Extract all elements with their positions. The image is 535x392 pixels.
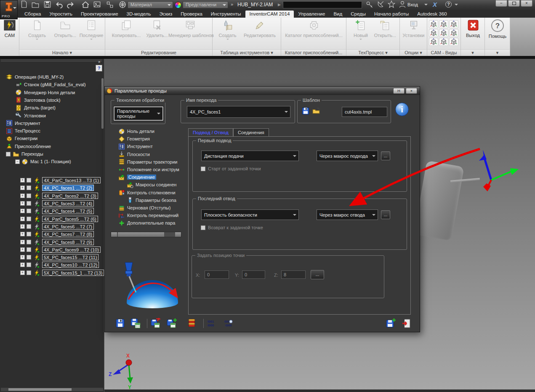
- operation-checkbox[interactable]: [27, 255, 31, 260]
- tab-approach-retreat[interactable]: Подвод / Отвод: [188, 128, 233, 136]
- tooltable-create-button[interactable]: Создать: [216, 19, 239, 41]
- application-menu-button[interactable]: PRO: [0, 0, 18, 19]
- first-approach-more-button[interactable]: ...: [381, 151, 390, 160]
- expander-icon[interactable]: +: [20, 270, 25, 275]
- expander-icon[interactable]: −: [15, 159, 20, 164]
- window-restore-button[interactable]: [508, 0, 520, 7]
- search-input[interactable]: [283, 3, 362, 9]
- recent-button[interactable]: Последние: [78, 19, 104, 41]
- operation-checkbox[interactable]: [27, 232, 31, 236]
- operation-item-4[interactable]: +4X_PC_faces3 ...T2 (4): [20, 200, 94, 207]
- dialog-tree-item-link[interactable]: Соединение: [118, 173, 156, 181]
- cam-view-button-1[interactable]: [429, 20, 438, 28]
- calculate-button[interactable]: [150, 318, 161, 329]
- dialog-tree-item-planes[interactable]: Плоскости: [118, 151, 150, 158]
- last-retreat-type-select[interactable]: Плоскость безопасности: [201, 209, 299, 220]
- gcode-button[interactable]: G01G00: [208, 320, 214, 327]
- scroll-thumb[interactable]: [8, 388, 72, 391]
- cam-view-button-5[interactable]: [439, 29, 448, 37]
- help-caret-icon[interactable]: [455, 4, 458, 7]
- exit-button[interactable]: Выход: [463, 19, 483, 38]
- group-foot-help[interactable]: ▾: [485, 49, 510, 56]
- dialog-tree-item-tool[interactable]: Инструмент: [118, 143, 153, 150]
- delete-button[interactable]: Удалить...: [144, 19, 170, 38]
- operation-checkbox[interactable]: [27, 193, 31, 198]
- calculate-add-button[interactable]: [166, 318, 177, 329]
- ribbon-tab-проверка[interactable]: Проверка: [176, 11, 207, 18]
- group-title-start[interactable]: Начало ▾: [19, 49, 105, 56]
- ribbon-tab-инструменты[interactable]: Инструменты: [207, 11, 245, 18]
- tree-item-7[interactable]: ТехПроцесс: [6, 127, 40, 135]
- gcode-simulate-button[interactable]: G0G00: [224, 320, 233, 327]
- save-template-button[interactable]: [385, 318, 396, 329]
- cam-view-button-6[interactable]: [449, 29, 458, 37]
- tree-item-0[interactable]: Операция (HUB_MY-2): [6, 73, 64, 81]
- operation-checkbox[interactable]: [27, 201, 31, 206]
- start-from-point-checkbox[interactable]: [201, 167, 205, 171]
- representation-select[interactable]: Представлени: [183, 1, 228, 8]
- satellite-icon[interactable]: [376, 1, 385, 9]
- cam-view-button-8[interactable]: [439, 38, 448, 46]
- operation-item-11[interactable]: +5X_PC_faces15 ...T2 (11): [20, 254, 98, 261]
- sign-in-caret-icon[interactable]: [424, 4, 428, 7]
- undo-button[interactable]: [55, 1, 63, 9]
- operation-item-9[interactable]: +4X_PC_faces8 ...T2 (9): [20, 238, 94, 246]
- panel-horizontal-scrollbar[interactable]: [1, 388, 103, 391]
- operation-item-13[interactable]: +5X_PC_faces15_1 ...T2 (13): [20, 269, 104, 276]
- template-open-icon[interactable]: [312, 107, 320, 115]
- panel-vertical-scrollbar[interactable]: [101, 78, 104, 129]
- ribbon-tab-проектирование[interactable]: Проектирование: [77, 11, 122, 18]
- scroll-left-button[interactable]: [111, 232, 117, 237]
- last-retreat-macro-select[interactable]: Через макрос отвода: [317, 209, 378, 220]
- dialog-title-bar[interactable]: Параллельные проходы H ×: [105, 87, 420, 95]
- dialog-tree-item-motion[interactable]: Контроль перемещений: [118, 212, 178, 219]
- cam-view-button-2[interactable]: [439, 20, 448, 28]
- settings-button[interactable]: Установки: [400, 19, 427, 38]
- qat-expand-chevrons[interactable]: »: [231, 2, 233, 7]
- dialog-help-button[interactable]: H: [393, 88, 405, 94]
- render-button[interactable]: [118, 1, 126, 9]
- save-calculate-button[interactable]: [130, 318, 141, 329]
- tree-item-8[interactable]: Геометрии: [6, 135, 37, 142]
- parameters-button[interactable]: [105, 1, 114, 9]
- dialog-tree-item-linkm[interactable]: Макросы соединен: [127, 181, 176, 188]
- group-foot-exit[interactable]: ▾: [461, 49, 484, 56]
- dialog-exit-button[interactable]: [401, 318, 412, 329]
- favorites-star-icon[interactable]: [387, 1, 396, 9]
- expander-icon[interactable]: +: [20, 255, 25, 260]
- tree-item-5[interactable]: Установки: [15, 112, 46, 119]
- expander-icon[interactable]: +: [20, 262, 25, 267]
- operation-item-12[interactable]: +4X_PC_faces10 ...T2 (12): [20, 261, 99, 269]
- cam-view-button-4[interactable]: [429, 29, 438, 37]
- operation-item-3[interactable]: +4X_ParC_faces2 ...T2 (3): [20, 192, 98, 199]
- help-button[interactable]: ? Помощь: [486, 19, 509, 39]
- expander-icon[interactable]: +: [20, 217, 25, 221]
- first-approach-macro-select[interactable]: Через макрос подхода: [317, 151, 378, 161]
- expander-icon[interactable]: +: [20, 201, 25, 206]
- operation-item-2[interactable]: +4X_PC_faces1 ...T2 (2): [20, 184, 94, 192]
- exchange-apps-icon[interactable]: X: [433, 1, 437, 8]
- tooltable-edit-button[interactable]: Редактировать: [240, 19, 279, 38]
- process-new-button[interactable]: Новый: [351, 19, 371, 41]
- point-pick-button[interactable]: ...: [311, 270, 324, 279]
- cam-view-button-9[interactable]: [449, 38, 458, 46]
- ribbon-tab-среды[interactable]: Среды: [346, 11, 370, 18]
- tree-item-3[interactable]: Заготовка (stock): [15, 96, 61, 104]
- ribbon-tab-вид[interactable]: Вид: [329, 11, 346, 18]
- dialog-tree-item-collision[interactable]: Контроль столкновени: [118, 189, 176, 196]
- info-icon[interactable]: i: [395, 103, 409, 116]
- operation-checkbox[interactable]: [27, 178, 31, 183]
- expander-icon[interactable]: +: [20, 224, 25, 229]
- window-close-button[interactable]: ×: [521, 0, 532, 7]
- dialog-close-button[interactable]: ×: [406, 88, 417, 94]
- tree-item-9[interactable]: Приспособление: [6, 143, 51, 150]
- operation-checkbox[interactable]: [27, 262, 31, 267]
- key-icon[interactable]: [365, 1, 374, 9]
- template-save-icon[interactable]: [302, 107, 309, 115]
- tree-item-4[interactable]: Деталь (target): [15, 104, 56, 111]
- tree-item-10[interactable]: Переходы: [6, 150, 43, 158]
- operation-checkbox[interactable]: [27, 270, 31, 275]
- open-button[interactable]: [31, 1, 40, 9]
- create-button[interactable]: Создать: [24, 19, 50, 41]
- operation-checkbox[interactable]: [27, 240, 31, 244]
